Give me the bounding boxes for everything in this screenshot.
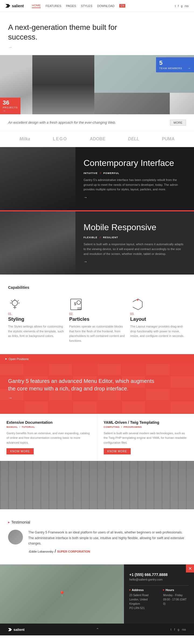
grid-bottom-row bbox=[94, 93, 194, 114]
styling-name: Styling bbox=[8, 316, 64, 322]
svg-point-0 bbox=[12, 300, 18, 306]
nav-styles[interactable]: STYLES bbox=[81, 4, 92, 8]
doc-tag-tutorial: TUTORIAL bbox=[22, 426, 35, 428]
particles-num: 02. bbox=[69, 312, 125, 315]
grid-cell-bottom-right bbox=[170, 93, 194, 114]
contact-details: Address 23 Salient RoadLondon, United Ki… bbox=[129, 588, 189, 610]
footer-facebook-icon[interactable]: f bbox=[174, 628, 175, 631]
grid-cell-elephant: 36 PROJECTS → bbox=[0, 55, 32, 114]
logo[interactable]: salient bbox=[5, 4, 24, 8]
logo-icon bbox=[5, 4, 10, 8]
open-positions-bar[interactable]: Open Positions bbox=[0, 354, 194, 364]
address-title: Address bbox=[129, 588, 158, 592]
mobile-arrow[interactable]: → bbox=[84, 259, 186, 264]
doc-btn-2[interactable]: KNOW MORE bbox=[104, 448, 131, 454]
doc-btn-1[interactable]: KNOW MORE bbox=[6, 448, 34, 454]
grid-cell-right: 5 TEAM MEMBERS → bbox=[94, 55, 194, 114]
cap-particles: $ 02. Particles Particles operate as cus… bbox=[69, 298, 125, 343]
contact-address: Address 23 Salient RoadLondon, United Ki… bbox=[129, 588, 158, 610]
building-image bbox=[0, 461, 194, 509]
contemporary-title: Contemporary Interface bbox=[84, 158, 186, 168]
contact-email[interactable]: hello@salient-gantry.com bbox=[129, 578, 189, 581]
testimonial-attribution: -Eddie Lobanovsky / SUPER CORPORATION bbox=[28, 549, 186, 554]
capabilities-grid: 01. Styling The Styles settings allows f… bbox=[8, 298, 186, 343]
testimonial-avatar bbox=[8, 530, 23, 545]
close-icon[interactable]: ✕ bbox=[186, 564, 194, 572]
nav-download[interactable]: DOWNLOAD bbox=[97, 4, 115, 8]
testimonial-body: The Gantry 5 Framework is an ideal platf… bbox=[28, 530, 186, 554]
contemporary-arrow[interactable]: → bbox=[84, 195, 186, 200]
navigation: salient HOME FEATURES PAGES STYLES DOWNL… bbox=[0, 0, 194, 12]
projects-badge[interactable]: 36 PROJECTS → bbox=[0, 98, 20, 114]
scroll-top-icon[interactable]: ⌃ bbox=[96, 627, 99, 632]
tagline-bar: An excellent design with a fresh approac… bbox=[0, 114, 194, 131]
footer-twitter-icon[interactable]: t bbox=[171, 628, 171, 631]
nav-features[interactable]: FEATURES bbox=[46, 4, 61, 8]
testimonial-section: Testimonial The Gantry 5 Framework is an… bbox=[0, 509, 194, 564]
team-badge[interactable]: 5 TEAM MEMBERS → bbox=[156, 57, 194, 72]
layout-name: Layout bbox=[130, 316, 186, 322]
particles-icon: $ bbox=[69, 298, 83, 311]
svg-text:$: $ bbox=[74, 302, 76, 306]
doc-item-1: Extensive Documentation MANUAL / TUTORIA… bbox=[0, 414, 97, 461]
tag-flexible: FLEXIBLE bbox=[84, 236, 98, 239]
capabilities-section: Capabilities 01. Styling The Styles sett… bbox=[0, 275, 194, 354]
footer-logo-icon bbox=[8, 628, 12, 631]
testimonial-content: The Gantry 5 Framework is an ideal platf… bbox=[8, 530, 186, 554]
address-text: 23 Salient RoadLondon, United KingdomPO … bbox=[129, 593, 158, 610]
brand-milka: Milka bbox=[19, 137, 30, 141]
particles-name: Particles bbox=[69, 316, 125, 322]
menu-editor-text: Gantry 5 features an advanced Menu Edito… bbox=[8, 377, 159, 392]
footer-googleplus-icon[interactable]: g bbox=[178, 628, 179, 631]
hero-section: A next-generation theme built for succes… bbox=[0, 12, 194, 55]
testimonial-author: -Eddie Lobanovsky bbox=[28, 550, 54, 553]
mobile-image bbox=[0, 211, 75, 275]
twitter-icon[interactable]: t bbox=[175, 4, 176, 8]
doc-desc-2: Salient is built with several modern web… bbox=[104, 431, 188, 445]
doc-tag-programing: PROGRAMING bbox=[124, 426, 142, 428]
svg-line-17 bbox=[133, 307, 138, 310]
doc-tag-sep-1: / bbox=[19, 426, 20, 428]
team-arrow: → bbox=[188, 66, 191, 70]
styling-num: 01. bbox=[8, 312, 64, 315]
svg-point-10 bbox=[77, 301, 81, 304]
layout-num: 03. bbox=[130, 312, 186, 315]
nav-home[interactable]: HOME bbox=[32, 4, 41, 8]
footer-logo: salient bbox=[8, 628, 25, 632]
styling-icon bbox=[8, 298, 22, 311]
testimonial-text: The Gantry 5 Framework is an ideal platf… bbox=[28, 530, 186, 546]
facebook-icon[interactable]: f bbox=[178, 4, 179, 8]
tag-intuitive: INTUITIVE bbox=[84, 172, 98, 175]
cap-layout: 03. Layout The Layout manager provides d… bbox=[130, 298, 186, 343]
capabilities-title: Capabilities bbox=[8, 285, 186, 290]
rss-icon[interactable]: rss bbox=[185, 4, 189, 8]
doc-tag-sep-2: / bbox=[121, 426, 122, 428]
grid-cell-bottom-left bbox=[94, 93, 170, 114]
hero-arrow[interactable]: → bbox=[8, 45, 186, 50]
doc-tags-2: COMPUTING / PROGRAMING bbox=[104, 426, 188, 428]
contact-hours: Hours Monday - Friday09:00 - 17:06 (GMT … bbox=[163, 588, 189, 610]
testimonial-company: SUPER CORPORATION bbox=[57, 550, 90, 553]
footer-rss-icon[interactable]: rss bbox=[182, 628, 186, 631]
doc-tag-manual: MANUAL bbox=[6, 426, 18, 428]
testimonial-title: Testimonial bbox=[11, 520, 30, 524]
mobile-section: Mobile Responsive FLEXIBLE // RESILIENT … bbox=[0, 211, 194, 275]
tag-powerful: POWERFUL bbox=[103, 172, 120, 175]
more-button[interactable]: MORE bbox=[170, 120, 186, 126]
map-pin-icon: 📍 bbox=[59, 591, 65, 597]
contact-map[interactable]: 📍 bbox=[0, 564, 124, 624]
tag-resilient: RESILIENT bbox=[103, 236, 118, 239]
team-count: 5 bbox=[159, 59, 191, 66]
language-flag[interactable]: EN bbox=[119, 4, 125, 8]
brand-dell: DELL bbox=[128, 137, 139, 141]
cap-styling: 01. Styling The Styles settings allows f… bbox=[8, 298, 64, 343]
googleplus-icon[interactable]: g bbox=[181, 4, 182, 8]
brand-lego: LEGO bbox=[53, 137, 67, 141]
doc-title-2: YAML-Driven / Twig Templating bbox=[104, 420, 188, 425]
layout-desc: The Layout manager provides drag-and-dro… bbox=[130, 324, 186, 339]
tagline-text: An excellent design with a fresh approac… bbox=[8, 120, 116, 124]
nav-links: HOME FEATURES PAGES STYLES DOWNLOAD EN bbox=[32, 4, 175, 8]
nav-pages[interactable]: PAGES bbox=[66, 4, 76, 8]
mobile-desc: Salient is built with a responsive layou… bbox=[84, 242, 186, 256]
brands-bar: Milka LEGO ADOBE DELL PUMA bbox=[0, 131, 194, 147]
